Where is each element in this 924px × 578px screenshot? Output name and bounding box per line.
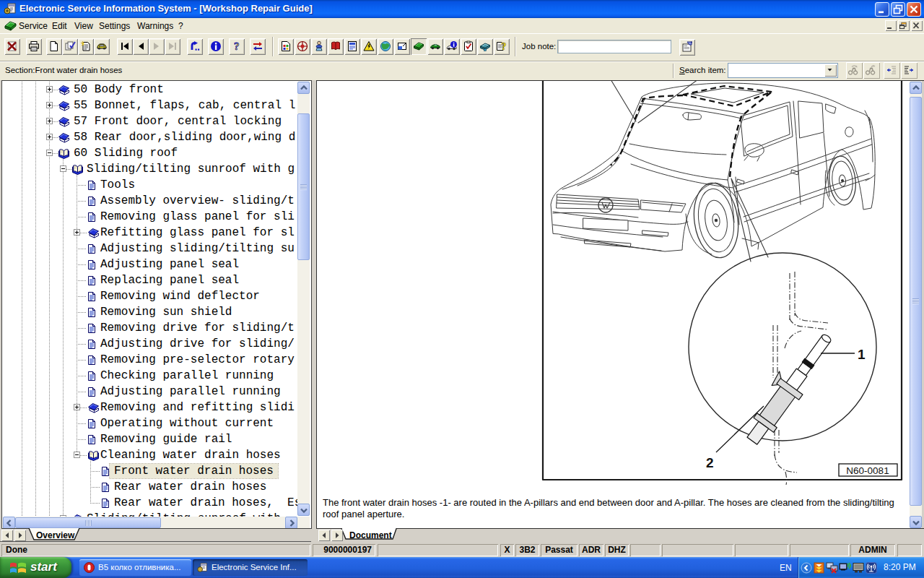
svg-text:?: ? [502,41,507,52]
svg-text:N60-0081: N60-0081 [846,465,889,476]
svg-text:?: ? [234,40,240,52]
svg-text:2: 2 [706,455,714,470]
svg-text:1: 1 [858,347,866,362]
